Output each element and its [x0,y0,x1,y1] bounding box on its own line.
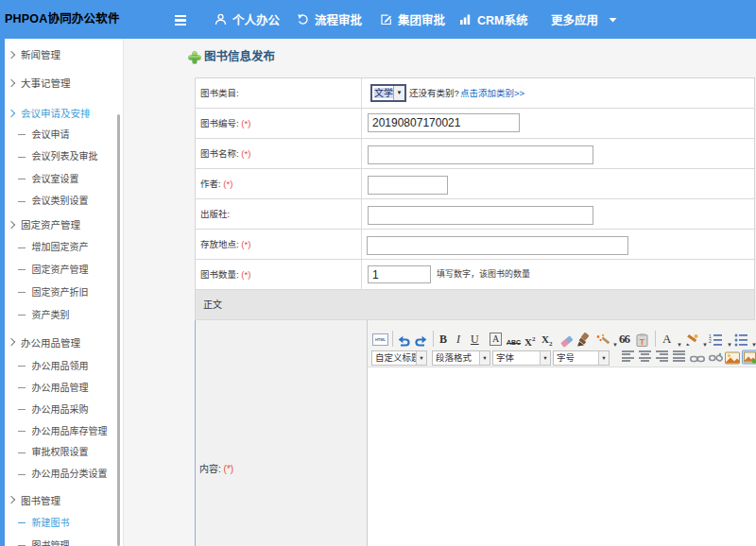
svg-text:T: T [640,337,645,347]
svg-text:2: 2 [709,338,712,344]
